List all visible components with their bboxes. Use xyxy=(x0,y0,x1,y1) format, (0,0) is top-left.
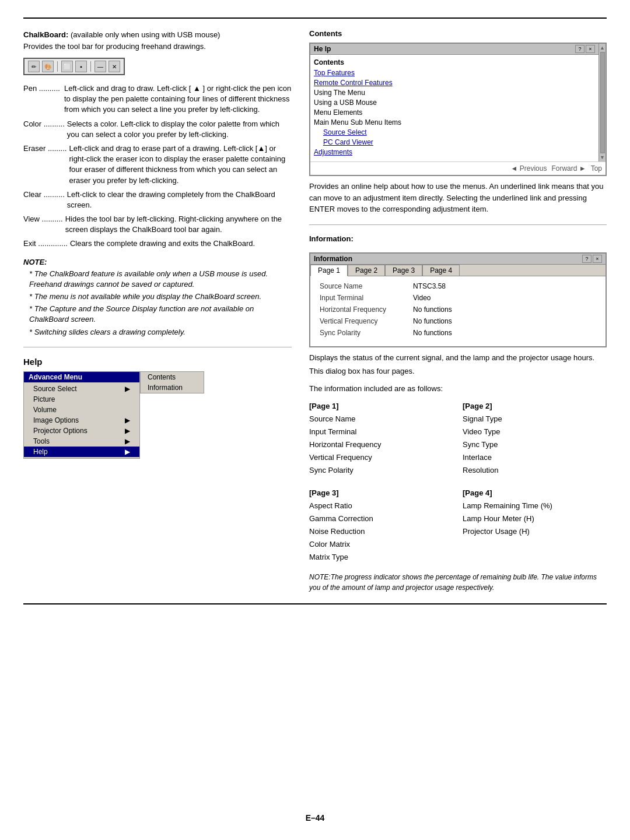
info-row-sync: Sync Polarity No functions xyxy=(320,329,596,337)
eraser-icon[interactable]: ⬜ xyxy=(61,61,73,72)
info-title-text: Information xyxy=(314,255,352,263)
info-desc1: Displays the status of the current signa… xyxy=(309,352,607,364)
list-item: Pen .......... Left-click and drag to dr… xyxy=(23,83,292,115)
desc-exit: Clears the complete drawing and exits th… xyxy=(70,238,292,249)
desc-clear: Left-click to clear the drawing complete… xyxy=(67,189,292,210)
info-help-button[interactable]: ? xyxy=(582,255,592,263)
value-source-name: NTSC3.58 xyxy=(413,282,446,290)
contents-scrollbar[interactable]: ▲ ▼ xyxy=(598,44,606,161)
value-input-terminal: Video xyxy=(413,294,430,302)
page2-item1: Signal Type xyxy=(463,413,607,426)
toolbar-separator-2 xyxy=(90,61,91,72)
tab-page4[interactable]: Page 4 xyxy=(422,265,460,276)
page1-item3: Horizontal Frequency xyxy=(309,438,453,451)
list-item: Clear .......... Left-click to clear the… xyxy=(23,189,292,210)
term-eraser: Eraser ......... xyxy=(23,143,69,186)
contents-nav: ◄ Previous Forward ► Top xyxy=(310,161,606,175)
page2-item3: Sync Type xyxy=(463,438,607,451)
note-section: NOTE: The ChalkBoard feature is availabl… xyxy=(23,258,292,338)
menu-item-image-options[interactable]: Image Options ▶ xyxy=(24,415,139,426)
eraser2-icon[interactable]: ▪ xyxy=(75,61,87,72)
help-submenu: Contents Information xyxy=(140,371,204,393)
contents-main: He lp ? × Contents Top Features Remote C… xyxy=(310,44,598,161)
page4-item2: Lamp Hour Meter (H) xyxy=(463,512,607,525)
pages-grid: [Page 1] Source Name Input Terminal Hori… xyxy=(309,400,607,564)
label-input-terminal: Input Terminal xyxy=(320,294,413,302)
menu-item-source-select[interactable]: Source Select ▶ xyxy=(24,384,139,394)
page3-item1: Aspect Ratio xyxy=(309,500,453,512)
menu-item-volume[interactable]: Volume xyxy=(24,405,139,415)
help-menu-wrapper: Advanced Menu Source Select ▶ Picture Vo… xyxy=(23,371,292,459)
menu-item-picture[interactable]: Picture xyxy=(24,394,139,405)
page1-item4: Vertical Frequency xyxy=(309,451,453,464)
page4-title: [Page 4] xyxy=(463,487,607,500)
list-item: Eraser ......... Left-click and drag to … xyxy=(23,143,292,186)
tab-page2[interactable]: Page 2 xyxy=(348,265,385,276)
note-title: NOTE: xyxy=(23,258,292,266)
info-row-input-terminal: Input Terminal Video xyxy=(320,294,596,302)
tab-page3[interactable]: Page 3 xyxy=(385,265,422,276)
menu-item-help[interactable]: Help ▶ xyxy=(24,447,139,457)
contents-with-scroll: He lp ? × Contents Top Features Remote C… xyxy=(310,44,606,161)
term-exit: Exit .............. xyxy=(23,238,70,249)
contents-inner: Contents Top Features Remote Control Fea… xyxy=(310,55,598,161)
info-desc3: The information included are as follows: xyxy=(309,383,607,395)
page-section-1: [Page 1] Source Name Input Terminal Hori… xyxy=(309,400,453,477)
divider-1 xyxy=(23,347,292,347)
toolbar-separator-1 xyxy=(57,61,58,72)
contents-plain-elements: Menu Elements xyxy=(314,108,595,117)
desc-color: Selects a color. Left-click to display t… xyxy=(67,119,292,140)
info-tabs: Page 1 Page 2 Page 3 Page 4 xyxy=(310,265,606,276)
pen-list: Pen .......... Left-click and drag to dr… xyxy=(23,83,292,249)
pen-icon[interactable]: ✏ xyxy=(28,61,40,72)
contents-window-controls: ? × xyxy=(575,45,595,53)
page4-item1: Lamp Remaining Time (%) xyxy=(463,500,607,512)
info-title-bar: Information ? × xyxy=(310,254,606,265)
chalkboard-title: ChalkBoard: (available only when using w… xyxy=(23,30,220,39)
list-item: Color .......... Selects a color. Left-c… xyxy=(23,119,292,140)
line-icon[interactable]: — xyxy=(94,61,106,72)
arrow-icon: ▶ xyxy=(125,385,130,393)
chalkboard-desc: Provides the tool bar for producing free… xyxy=(23,42,206,51)
page-section-3: [Page 3] Aspect Ratio Gamma Correction N… xyxy=(309,487,453,564)
contents-link-remote[interactable]: Remote Control Features xyxy=(314,79,595,87)
close-icon[interactable]: ✕ xyxy=(108,61,120,72)
contents-plain-usb: Using a USB Mouse xyxy=(314,99,595,107)
contents-link-adjustments[interactable]: Adjustments xyxy=(314,148,595,156)
desc-view: Hides the tool bar by left-clicking. Rig… xyxy=(65,214,292,235)
close-button[interactable]: × xyxy=(586,45,595,53)
page1-title: [Page 1] xyxy=(309,400,453,413)
menu-item-tools[interactable]: Tools ▶ xyxy=(24,436,139,447)
contents-title-text: He lp xyxy=(314,45,331,53)
info-window-controls: ? × xyxy=(582,255,602,263)
contents-sublink-pccard[interactable]: PC Card Viewer xyxy=(323,138,595,146)
contents-plain-menu: Using The Menu xyxy=(314,89,595,97)
help-button[interactable]: ? xyxy=(575,45,584,53)
label-source-name: Source Name xyxy=(320,282,413,290)
help-section-title: Help xyxy=(23,357,292,367)
prev-button[interactable]: ◄ Previous xyxy=(511,164,547,173)
contents-link-top-features[interactable]: Top Features xyxy=(314,69,595,77)
note-item-1: The ChalkBoard feature is available only… xyxy=(23,269,292,290)
submenu-item-contents[interactable]: Contents xyxy=(141,372,204,382)
chalkboard-header: ChalkBoard: (available only when using w… xyxy=(23,29,292,52)
help-menu: Advanced Menu Source Select ▶ Picture Vo… xyxy=(23,371,140,459)
submenu-item-information[interactable]: Information xyxy=(141,382,204,393)
arrow-icon: ▶ xyxy=(125,437,130,445)
tab-page1[interactable]: Page 1 xyxy=(310,265,348,276)
color-icon[interactable]: 🎨 xyxy=(42,61,54,72)
menu-item-projector-options[interactable]: Projector Options ▶ xyxy=(24,426,139,436)
desc-eraser: Left-click and drag to erase part of a d… xyxy=(69,143,292,186)
info-close-button[interactable]: × xyxy=(593,255,602,263)
page1-item2: Input Terminal xyxy=(309,426,453,438)
info-content: Source Name NTSC3.58 Input Terminal Vide… xyxy=(310,276,606,346)
divider-2 xyxy=(309,224,607,225)
label-horizontal: Horizontal Frequency xyxy=(320,305,413,314)
page3-title: [Page 3] xyxy=(309,487,453,500)
value-horizontal: No functions xyxy=(413,305,452,314)
top-button[interactable]: Top xyxy=(591,164,602,173)
info-desc2: This dialog box has four pages. xyxy=(309,365,607,377)
info-row-horizontal: Horizontal Frequency No functions xyxy=(320,305,596,314)
contents-sublink-source[interactable]: Source Select xyxy=(323,128,595,136)
forward-button[interactable]: Forward ► xyxy=(551,164,586,173)
